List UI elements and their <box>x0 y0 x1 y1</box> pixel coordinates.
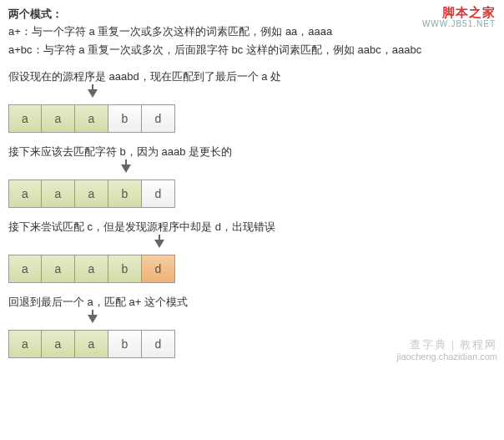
arrow-row <box>9 240 496 255</box>
watermark-bottom: 查字典｜教程网 jiaocheng.chazidian.com <box>397 338 497 363</box>
char-cell: b <box>108 104 142 133</box>
watermark-top: 脚本之家 WWW.JB51.NET <box>422 5 496 29</box>
step-caption: 假设现在的源程序是 aaabd，现在匹配到了最后一个 a 处 <box>8 69 496 84</box>
pointer-arrow-icon <box>154 240 164 248</box>
char-cell: a <box>42 330 75 358</box>
char-cell: a <box>42 180 75 208</box>
sequence-block: aaabd <box>8 240 496 283</box>
step-caption: 接下来应该去匹配字符 b，因为 aaab 是更长的 <box>8 144 496 159</box>
watermark-bottom-url: jiaocheng.chazidian.com <box>397 351 497 363</box>
char-cell: d <box>142 255 175 283</box>
arrow-row <box>9 89 496 104</box>
cell-row: aaabd <box>8 180 496 208</box>
char-cell: d <box>142 180 175 208</box>
cell-row: aaabd <box>8 255 496 283</box>
char-cell: d <box>142 330 175 358</box>
watermark-top-title: 脚本之家 <box>422 5 496 19</box>
char-cell: b <box>108 180 142 208</box>
step-caption: 接下来尝试匹配 c，但是发现源程序中却是 d，出现错误 <box>8 220 496 235</box>
char-cell: a <box>75 330 108 358</box>
char-cell: a <box>8 180 42 208</box>
char-cell: b <box>108 330 142 358</box>
pointer-arrow-icon <box>88 315 98 323</box>
arrow-row <box>9 315 496 330</box>
pointer-arrow-icon <box>88 89 98 98</box>
char-cell: d <box>142 104 175 133</box>
sequence-block: aaabd <box>8 89 496 133</box>
char-cell: a <box>8 330 42 358</box>
char-cell: a <box>75 104 108 133</box>
char-cell: a <box>75 255 108 283</box>
steps-container: 假设现在的源程序是 aaabd，现在匹配到了最后一个 a 处aaabd接下来应该… <box>8 69 496 358</box>
char-cell: a <box>8 255 42 283</box>
watermark-bottom-title: 查字典｜教程网 <box>397 338 497 351</box>
step-caption: 回退到最后一个 a，匹配 a+ 这个模式 <box>8 295 496 310</box>
arrow-row <box>9 164 496 180</box>
char-cell: a <box>42 104 75 133</box>
watermark-top-url: WWW.JB51.NET <box>422 19 496 29</box>
char-cell: a <box>42 255 75 283</box>
char-cell: a <box>75 180 108 208</box>
char-cell: a <box>8 104 42 133</box>
char-cell: b <box>108 255 142 283</box>
sequence-block: aaabd <box>8 164 496 208</box>
pointer-arrow-icon <box>121 164 131 173</box>
intro-line-2: a+bc：与字符 a 重复一次或多次，后面跟字符 bc 这样的词素匹配，例如 a… <box>8 42 496 58</box>
cell-row: aaabd <box>8 104 496 133</box>
